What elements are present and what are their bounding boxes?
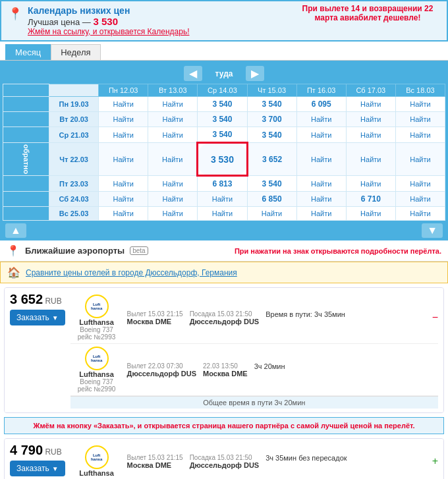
cal-row: Ср 21.03НайтиНайти3 5403 540НайтиНайтиНа… [3, 127, 445, 143]
cal-cell[interactable]: 3 700 [247, 112, 296, 127]
cal-cell[interactable]: Найти [148, 192, 198, 207]
cal-cell[interactable]: Найти [296, 176, 346, 192]
cal-row-label: Чт 22.03 [49, 143, 99, 176]
tab-month[interactable]: Месяц [5, 44, 51, 60]
cal-cell[interactable]: 6 813 [198, 176, 247, 192]
arrival-col: 22.03 13:50 Москва DME [203, 362, 248, 378]
cal-cell[interactable]: Найти [148, 207, 198, 221]
cal-bottom-up-button[interactable]: ▲ [5, 223, 26, 238]
tab-week[interactable]: Неделя [51, 44, 100, 60]
cal-cell[interactable]: 3 540 [198, 112, 247, 127]
airline-logo-text-l2: hansa [91, 358, 102, 363]
cal-cell[interactable]: Найти [148, 97, 198, 112]
flight-card-header: 4 790 RUB Заказать ▼ Luft hansa Lufthans… [5, 439, 443, 479]
cal-row-label: Пт 23.03 [49, 176, 99, 192]
cal-cell[interactable]: 3 530 [198, 143, 247, 176]
cal-cell[interactable]: Найти [198, 207, 247, 221]
cal-cell[interactable]: Найти [99, 143, 148, 176]
cal-cell[interactable]: Найти [395, 127, 445, 143]
order-button[interactable]: Заказать ▼ [10, 310, 65, 325]
cal-row-label: Пн 19.03 [49, 97, 99, 112]
arrival-col: Посадка 15.03 21:50 Дюссельдорф DUS [190, 310, 260, 325]
airline-logo-circle: Luft hansa [85, 295, 109, 318]
obratno-side-label: обратно [3, 143, 49, 176]
order-button[interactable]: Заказать ▼ [10, 461, 65, 476]
airline-logo-text-l1: Luft [91, 302, 102, 307]
cal-cell[interactable]: 6 710 [346, 192, 395, 207]
airline-logo-text-l2: hansa [91, 306, 102, 311]
cal-cell[interactable]: Найти [148, 127, 198, 143]
top-banner-note: При вылете 14 и возвращении 22 марта ави… [295, 4, 440, 22]
cal-cell[interactable]: Найти [346, 97, 395, 112]
col-header-6: Сб 17.03 [346, 84, 395, 97]
cal-cell[interactable]: 3 540 [247, 176, 296, 192]
arrival-to: Дюссельдорф DUS [190, 318, 260, 325]
airline-logo: Luft hansa Lufthansa Boeing 737 рейс №29… [70, 295, 123, 341]
cal-cell[interactable]: Найти [395, 97, 445, 112]
cal-prev-button[interactable]: ◀ [184, 66, 202, 81]
arrival-to: Дюссельдорф DUS [190, 461, 260, 469]
cal-cell[interactable]: Найти [99, 112, 148, 127]
cal-cell[interactable]: Найти [395, 143, 445, 176]
cal-cell[interactable]: Найти [198, 192, 247, 207]
cal-cell[interactable]: Найти [99, 127, 148, 143]
flight-info: Вылет 15.03 21:15 Москва DME Посадка 15.… [127, 310, 426, 325]
cal-cell[interactable]: Найти [395, 176, 445, 192]
hotel-link[interactable]: Сравните цены отелей в городе Дюссельдор… [26, 268, 237, 277]
cal-cell[interactable]: Найти [148, 112, 198, 127]
cal-cell[interactable]: Найти [296, 112, 346, 127]
cal-cell[interactable]: 3 540 [198, 127, 247, 143]
cal-cell[interactable]: 3 652 [247, 143, 296, 176]
departure-from: Москва DME [127, 318, 183, 325]
cal-cell[interactable]: 3 540 [198, 97, 247, 112]
cal-cell[interactable]: Найти [148, 143, 198, 176]
cal-cell[interactable]: Найти [346, 112, 395, 127]
departure-from: Москва DME [127, 461, 183, 469]
cal-cell[interactable]: 6 095 [296, 97, 346, 112]
calendar-link[interactable]: Жмём на ссылку, и открывается Календарь! [28, 27, 189, 36]
flight-price: 3 652 RUB [10, 292, 62, 307]
col-header-7: Вс 18.03 [395, 84, 445, 97]
flight-segment: Luft hansa Lufthansa Вылет 15.03 21:15 М… [70, 443, 438, 479]
cal-cell[interactable]: Найти [296, 127, 346, 143]
cal-cell[interactable]: Найти [99, 176, 148, 192]
calendar-title[interactable]: Календарь низких цен [28, 5, 189, 16]
cal-row-label: Сб 24.03 [49, 192, 99, 207]
flight-number: рейс №2993 [78, 333, 115, 341]
cal-corner [49, 84, 99, 97]
cal-cell[interactable]: Найти [99, 207, 148, 221]
cal-cell[interactable]: Найти [346, 176, 395, 192]
cal-cell[interactable]: Найти [296, 143, 346, 176]
cal-cell[interactable]: 3 540 [247, 97, 296, 112]
cal-row: Сб 24.03НайтиНайтиНайти6 850Найти6 710На… [3, 192, 445, 207]
cal-cell[interactable]: Найти [296, 192, 346, 207]
flight-number: рейс №2990 [78, 385, 115, 393]
cal-cell[interactable]: 3 540 [247, 127, 296, 143]
cal-bottom-down-button[interactable]: ▼ [422, 223, 443, 238]
cal-cell[interactable]: Найти [346, 127, 395, 143]
cal-row: обратноЧт 22.03НайтиНайти3 5303 652Найти… [3, 143, 445, 176]
airline-name: Lufthansa [79, 370, 114, 378]
cal-cell[interactable]: Найти [395, 192, 445, 207]
cal-cell[interactable]: Найти [395, 207, 445, 221]
flight-expand-button[interactable]: + [432, 455, 438, 467]
flight-segment: Luft hansa Lufthansa Boeing 737 рейс №29… [70, 344, 438, 396]
cal-cell[interactable]: Найти [99, 192, 148, 207]
cal-cell[interactable]: Найти [296, 207, 346, 221]
cal-cell[interactable]: 6 850 [247, 192, 296, 207]
airline-logo-circle: Luft hansa [85, 347, 109, 370]
flight-collapse-button[interactable]: − [432, 312, 438, 324]
airline-logo: Luft hansa Lufthansa Boeing 737 рейс №29… [70, 347, 123, 393]
cal-cell[interactable]: Найти [148, 176, 198, 192]
cal-row: Пн 19.03НайтиНайти3 5403 5406 095НайтиНа… [3, 97, 445, 112]
airline-logo-text-l1: Luft [91, 354, 102, 359]
cal-cell[interactable]: Найти [99, 97, 148, 112]
side-spacer [3, 112, 49, 127]
cal-cell[interactable]: Найти [395, 112, 445, 127]
cal-next-button[interactable]: ▶ [246, 66, 264, 81]
cal-cell[interactable]: Найти [346, 143, 395, 176]
cal-cell[interactable]: Найти [346, 207, 395, 221]
flight-info: Вылет 22.03 07:30 Дюссельдорф DUS 22.03 … [127, 362, 438, 378]
cal-cell[interactable]: Найти [247, 207, 296, 221]
obratno-label-cell [3, 84, 49, 97]
